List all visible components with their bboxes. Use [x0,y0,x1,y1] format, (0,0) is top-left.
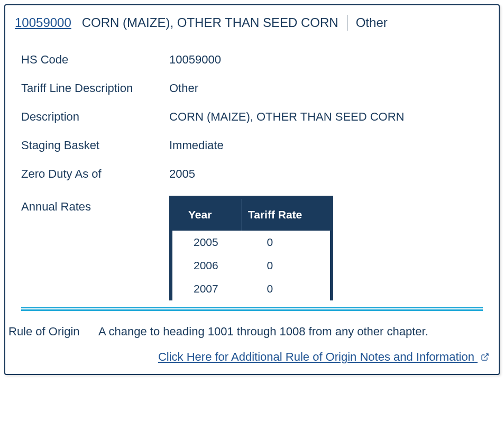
description-row: Description CORN (MAIZE), OTHER THAN SEE… [21,110,483,124]
bottom-link-row: Click Here for Additional Rule of Origin… [5,346,499,374]
tariff-card: 10059000 CORN (MAIZE), OTHER THAN SEED C… [4,4,500,375]
description-value: CORN (MAIZE), OTHER THAN SEED CORN [169,110,483,124]
tariff-line-row: Tariff Line Description Other [21,81,483,95]
table-row: 2005 0 [172,231,330,254]
link-text: Click Here for Additional Rule of Origin… [158,350,474,363]
section-divider [21,307,483,311]
header-description: CORN (MAIZE), OTHER THAN SEED CORN [82,15,338,30]
zero-duty-label: Zero Duty As of [21,167,169,181]
hs-code-link[interactable]: 10059000 [15,15,71,30]
tariff-line-value: Other [169,81,483,95]
rate-year: 2005 [172,231,241,254]
rates-table: Year Tariff Rate 2005 0 2006 0 [172,199,330,300]
rule-of-origin-label: Rule of Origin [8,325,98,339]
rate-value: 0 [241,277,330,300]
table-row: 2007 0 [172,277,330,300]
header-other: Other [356,15,388,30]
rate-year: 2007 [172,277,241,300]
hs-code-value: 10059000 [169,53,483,67]
rate-value: 0 [241,231,330,254]
annual-rates-row: Annual Rates Year Tariff Rate 2005 0 [21,196,483,300]
table-row: 2006 0 [172,254,330,277]
staging-label: Staging Basket [21,139,169,152]
zero-duty-value: 2005 [169,167,483,181]
header-separator [347,15,347,31]
card-header: 10059000 CORN (MAIZE), OTHER THAN SEED C… [5,5,499,37]
tariff-line-label: Tariff Line Description [21,81,169,95]
rate-value: 0 [241,254,330,277]
zero-duty-row: Zero Duty As of 2005 [21,167,483,181]
rates-table-wrapper: Year Tariff Rate 2005 0 2006 0 [169,196,333,300]
hs-code-label: HS Code [21,53,169,67]
staging-value: Immediate [169,139,483,152]
hs-code-row: HS Code 10059000 [21,53,483,67]
rates-header-rate: Tariff Rate [241,199,330,231]
rule-of-origin-text: A change to heading 1001 through 1008 fr… [98,325,493,339]
svg-line-0 [484,354,488,358]
staging-row: Staging Basket Immediate [21,139,483,152]
rates-header-row: Year Tariff Rate [172,199,330,231]
description-label: Description [21,110,169,124]
rate-year: 2006 [172,254,241,277]
rates-header-year: Year [172,199,241,231]
annual-rates-label: Annual Rates [21,196,169,214]
details-section: HS Code 10059000 Tariff Line Description… [5,37,499,300]
rule-of-origin-row: Rule of Origin A change to heading 1001 … [5,321,499,346]
rule-of-origin-notes-link[interactable]: Click Here for Additional Rule of Origin… [158,350,489,363]
external-link-icon [481,351,489,364]
